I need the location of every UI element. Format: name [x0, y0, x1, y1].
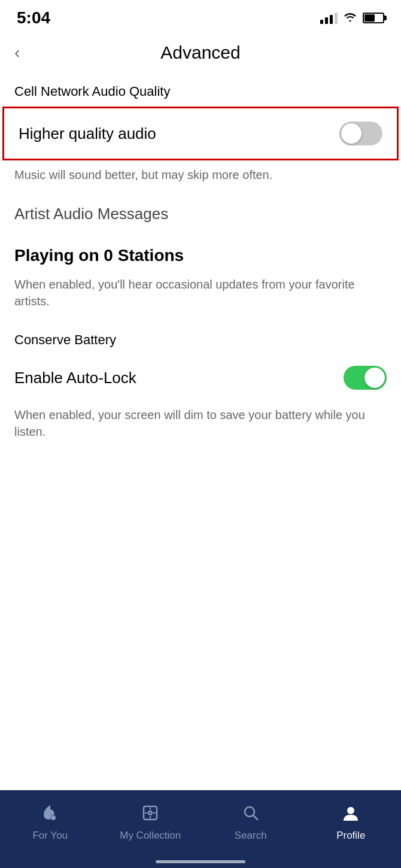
- cell-network-section-title: Cell Network Audio Quality: [0, 72, 401, 107]
- toggle-thumb: [341, 123, 361, 144]
- status-time: 5:04: [17, 8, 50, 28]
- signal-icon: [320, 12, 338, 24]
- toggle-thumb-autolock: [364, 368, 385, 388]
- svg-point-6: [347, 807, 354, 814]
- enable-auto-lock-label: Enable Auto-Lock: [14, 369, 136, 387]
- playing-stations-header: Playing on 0 Stations: [0, 234, 401, 270]
- playing-stations-description: When enabled, you'll hear occasional upd…: [0, 270, 401, 320]
- header: ‹ Advanced: [0, 34, 401, 72]
- artist-audio-messages-label: Artist Audio Messages: [14, 205, 168, 223]
- status-bar: 5:04: [0, 0, 401, 34]
- profile-label: Profile: [336, 830, 365, 842]
- svg-point-0: [51, 815, 56, 820]
- profile-icon: [339, 801, 363, 825]
- nav-item-search[interactable]: Search: [200, 801, 301, 842]
- artist-audio-messages-row: Artist Audio Messages: [0, 194, 401, 234]
- for-you-icon: [38, 801, 62, 825]
- higher-quality-audio-toggle[interactable]: [339, 122, 382, 145]
- nav-item-my-collection[interactable]: My Collection: [101, 801, 201, 842]
- conserve-battery-title: Conserve Battery: [0, 320, 401, 355]
- for-you-label: For You: [32, 830, 68, 842]
- search-icon: [239, 801, 263, 825]
- content: Cell Network Audio Quality Higher qualit…: [0, 72, 401, 451]
- battery-icon: [363, 13, 384, 23]
- bottom-nav: For You My Collection Search: [0, 790, 401, 868]
- higher-quality-audio-row: Higher quality audio: [2, 107, 399, 160]
- back-button[interactable]: ‹: [14, 43, 20, 62]
- svg-point-3: [150, 812, 151, 814]
- home-indicator: [156, 860, 245, 863]
- page-title: Advanced: [160, 43, 240, 63]
- status-icons: [320, 11, 384, 25]
- enable-auto-lock-toggle[interactable]: [344, 366, 387, 390]
- higher-quality-audio-label: Higher quality audio: [19, 125, 156, 143]
- my-collection-icon: [138, 801, 162, 825]
- my-collection-label: My Collection: [120, 830, 181, 842]
- auto-lock-description: When enabled, your screen will dim to sa…: [0, 400, 401, 451]
- nav-item-profile[interactable]: Profile: [301, 801, 402, 842]
- higher-quality-audio-description: Music will sound better, but may skip mo…: [0, 160, 401, 194]
- search-label: Search: [235, 830, 267, 842]
- svg-line-5: [253, 815, 257, 820]
- nav-item-for-you[interactable]: For You: [0, 801, 101, 842]
- enable-auto-lock-row: Enable Auto-Lock: [0, 355, 401, 400]
- wifi-icon: [344, 11, 357, 25]
